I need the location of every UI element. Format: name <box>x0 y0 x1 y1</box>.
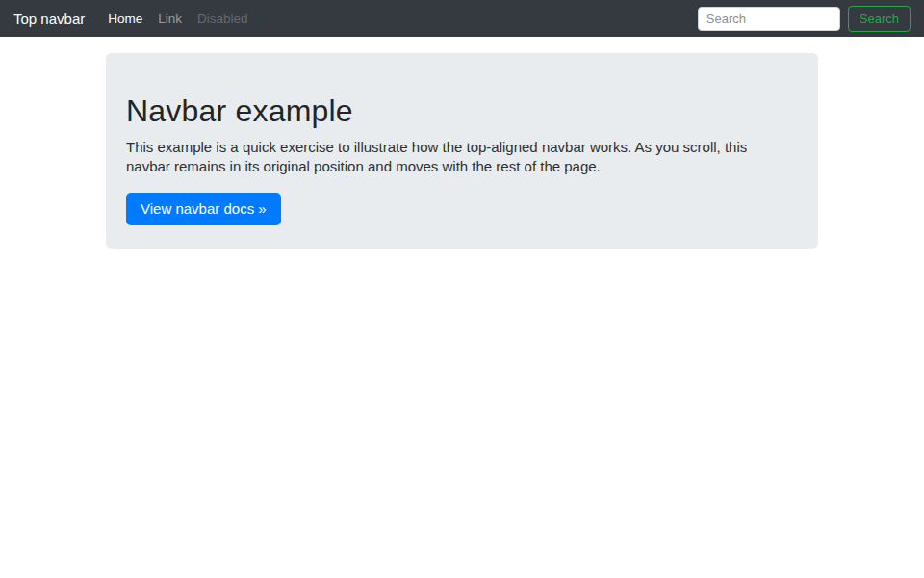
jumbotron-description: This example is a quick exercise to illu… <box>126 138 790 176</box>
nav-item-link[interactable]: Link <box>150 12 190 26</box>
navbar-brand[interactable]: Top navbar <box>13 11 85 27</box>
navbar-nav: Home Link Disabled <box>100 10 255 27</box>
view-navbar-docs-button[interactable]: View navbar docs » <box>126 193 281 225</box>
page-title: Navbar example <box>126 92 798 129</box>
nav-item-disabled: Disabled <box>190 12 256 26</box>
top-navbar: Top navbar Home Link Disabled Search <box>0 0 924 37</box>
main-content: Navbar example This example is a quick e… <box>0 37 924 249</box>
jumbotron: Navbar example This example is a quick e… <box>106 53 818 249</box>
search-button[interactable]: Search <box>848 6 911 32</box>
nav-item-home[interactable]: Home <box>100 12 150 26</box>
search-input[interactable] <box>698 7 840 31</box>
